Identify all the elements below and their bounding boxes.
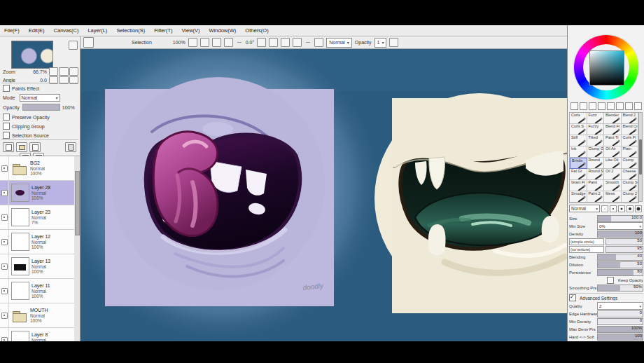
menu-item-edit[interactable]: Edit(E)	[29, 27, 45, 34]
layer-opacity-slider[interactable]	[22, 104, 60, 111]
rotate-cw-button[interactable]	[269, 38, 278, 47]
layer-row-layer-11[interactable]: Layer 11Normal100%	[0, 279, 74, 303]
bg-color-icon[interactable]	[580, 102, 587, 110]
canvas-view-button[interactable]	[83, 37, 94, 48]
brush-size-preset-1[interactable]	[601, 205, 608, 212]
brush-shape-dropdown[interactable]: (no texture)	[569, 246, 604, 253]
opacity-dropdown[interactable]: 1▾	[374, 38, 387, 48]
setting-dropdown[interactable]: 2▾	[597, 302, 643, 310]
brush-plain[interactable]: Plain	[622, 146, 639, 158]
layer-mode-dropdown[interactable]: Normal▾	[326, 38, 352, 48]
menu-item-filter[interactable]: Filter(T)	[154, 27, 172, 34]
menu-item-selection[interactable]: Selection(S)	[116, 27, 145, 34]
brush-cheese[interactable]: Cheese	[622, 169, 639, 180]
menu-item-view[interactable]: View(V)	[181, 27, 200, 34]
brush-oil-2[interactable]: Oil 2	[604, 169, 622, 180]
layer-row-bg2[interactable]: BG2Normal100%	[0, 156, 74, 181]
brush-tilted[interactable]: Tilted	[587, 135, 605, 146]
visibility-toggle-icon[interactable]	[1, 263, 8, 270]
menu-item-canvas[interactable]: Canvas(C)	[54, 27, 79, 34]
brush-blend-cn[interactable]: Blend Cn	[622, 124, 639, 135]
brush-fuzzy[interactable]: Fuzzy	[587, 124, 605, 135]
zoom-out-button[interactable]	[188, 38, 197, 47]
brush-smudge[interactable]: Smudge	[570, 191, 587, 203]
setting-slider[interactable]: 100.0	[597, 215, 643, 222]
zoom-in-button[interactable]	[200, 38, 209, 47]
brush-mess[interactable]: Mess	[604, 191, 622, 203]
visibility-toggle-icon[interactable]	[1, 239, 8, 245]
brush-oil-air[interactable]: Oil Air	[604, 146, 622, 158]
menu-item-layer[interactable]: Layer(L)	[88, 27, 107, 34]
visibility-toggle-icon[interactable]	[1, 190, 8, 196]
brush-grid-scrollbar[interactable]	[638, 112, 643, 202]
visibility-toggle-icon[interactable]	[1, 288, 8, 294]
brush-blender[interactable]: Blender	[604, 113, 622, 124]
new-layer-button[interactable]	[3, 142, 14, 152]
hue-icon[interactable]	[616, 102, 624, 110]
toolbar-extra-button[interactable]	[389, 38, 398, 47]
mirror-button[interactable]	[314, 38, 323, 47]
menu-item-file[interactable]: File(F)	[4, 27, 20, 34]
rotate-reset-button[interactable]	[281, 38, 290, 47]
layer-row-layer-8[interactable]: Layer 8Normal100%	[0, 328, 74, 342]
zoom-reset-button[interactable]	[212, 38, 221, 47]
setting-slider[interactable]: 0	[597, 310, 643, 317]
setting-slider[interactable]: 50%	[597, 285, 643, 292]
setting-slider[interactable]: 40	[597, 254, 643, 261]
brush-paint-tr[interactable]: Paint Tr	[604, 135, 622, 146]
brush-curls-fl[interactable]: Curls Fl	[622, 135, 639, 146]
brush-bristle[interactable]: Bristle	[570, 158, 587, 169]
brush-smooth[interactable]: Smooth	[604, 180, 622, 191]
layer-row-layer-13[interactable]: Layer 13Normal100%	[0, 254, 74, 279]
new-folder-button[interactable]	[16, 142, 27, 152]
navigator-thumbnail[interactable]	[11, 41, 53, 69]
brush-round-s[interactable]: Round S	[587, 169, 605, 180]
rotate-ccw-button[interactable]	[257, 38, 266, 47]
brush-fuzz[interactable]: Fuzz	[587, 113, 605, 124]
flip-h-button[interactable]	[293, 38, 302, 47]
advanced-settings-checkbox[interactable]	[569, 294, 576, 301]
visibility-toggle-icon[interactable]	[1, 313, 8, 319]
brush-ink[interactable]: Ink	[570, 146, 587, 158]
preserve-opacity-checkbox[interactable]	[3, 114, 10, 121]
setting-slider[interactable]: 50	[606, 238, 643, 245]
setting-slider[interactable]: 100	[597, 231, 643, 238]
nav-zoom-out-button[interactable]	[49, 67, 58, 76]
nav-zoom-reset-button[interactable]	[59, 67, 68, 76]
scratchpad-icon[interactable]	[607, 102, 615, 110]
layer-row-layer-12[interactable]: Layer 12Normal100%	[0, 230, 74, 254]
brush-stiff[interactable]: Stiff	[570, 135, 587, 146]
brush-paint-2[interactable]: Paint 2	[587, 191, 605, 203]
layer-mode-select[interactable]: Normal▾	[20, 94, 60, 102]
setting-slider[interactable]: 80	[597, 269, 643, 276]
paints-effect-checkbox[interactable]	[3, 85, 10, 92]
keep-opacity-checkbox[interactable]	[607, 277, 614, 284]
val-icon[interactable]	[634, 102, 642, 110]
swap-color-icon[interactable]	[589, 102, 596, 110]
layer-row-layer-23[interactable]: Layer 23Normal7%	[0, 205, 74, 230]
zoom-fit-button[interactable]	[224, 38, 233, 47]
brush-clump-2[interactable]: Clump 2	[622, 191, 639, 203]
brush-size-preset-2[interactable]	[610, 205, 617, 212]
navigator-popout-button[interactable]	[69, 41, 78, 50]
setting-slider[interactable]: 0	[597, 318, 643, 325]
layer-row-mouth[interactable]: MOUTHNormal100%	[0, 303, 74, 328]
delete-layer-button[interactable]	[65, 142, 76, 152]
brush-mode-dropdown[interactable]: Normal▾	[569, 205, 600, 212]
brush-paint[interactable]: Paint	[587, 180, 605, 191]
brush-clump[interactable]: Clump	[622, 158, 639, 169]
fg-color-icon[interactable]	[570, 102, 578, 110]
brush-size-preset-5[interactable]	[635, 205, 642, 212]
saturation-value-square[interactable]	[589, 50, 624, 85]
menu-item-window[interactable]: Window(W)	[209, 27, 237, 34]
brush-fat-gr[interactable]: Fat Gr	[570, 169, 587, 180]
brush-size-preset-3[interactable]	[618, 205, 625, 212]
visibility-toggle-icon[interactable]	[1, 165, 8, 172]
brush-grain-fl[interactable]: Grain Fl	[570, 180, 587, 191]
brush-blend-2[interactable]: Blend 2	[622, 113, 639, 124]
sat-icon[interactable]	[625, 102, 633, 110]
brush-shape-dropdown[interactable]: (simple circle)	[569, 238, 604, 245]
layers-scrollbar[interactable]	[74, 156, 80, 342]
brush-round[interactable]: Round	[587, 158, 605, 169]
setting-slider[interactable]: 95	[606, 246, 643, 253]
